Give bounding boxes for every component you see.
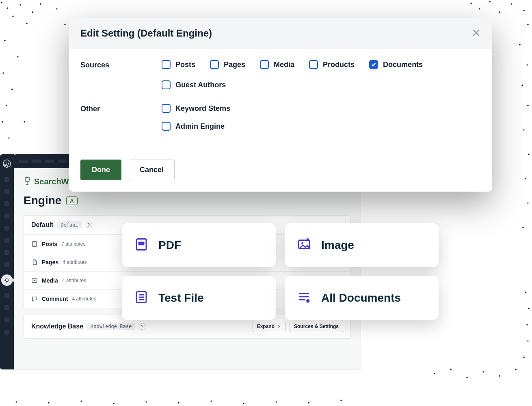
rail-item[interactable] <box>4 238 9 243</box>
source-name: Posts <box>42 241 57 247</box>
rail-item[interactable] <box>4 177 9 182</box>
decorative-noise <box>0 0 77 158</box>
comment-icon <box>31 296 38 302</box>
panel-subtitle-badge: Defau… <box>57 221 81 229</box>
done-button[interactable]: Done <box>80 160 121 180</box>
checkbox-posts[interactable]: Posts <box>162 60 195 69</box>
svg-point-8 <box>301 242 303 244</box>
rail-item[interactable] <box>4 226 9 231</box>
source-meta: 4 attributes <box>72 296 96 302</box>
checkbox-label: Posts <box>175 60 195 69</box>
checkbox-label: Products <box>323 60 355 69</box>
decorative-noise <box>426 276 532 382</box>
help-icon[interactable]: ? <box>86 222 92 228</box>
sources-settings-button[interactable]: Sources & Settings <box>290 321 343 332</box>
panel-subtitle-badge: Knowledge Base <box>87 323 135 330</box>
checkbox-documents[interactable]: Documents <box>369 60 423 69</box>
checkbox-label: Media <box>274 60 294 69</box>
searchwp-logo-icon <box>24 176 31 187</box>
source-meta: 4 attributes <box>63 259 87 265</box>
rail-item[interactable] <box>4 330 9 335</box>
tile-test-file[interactable]: Test File <box>122 276 276 320</box>
tile-label: PDF <box>158 239 181 252</box>
document-type-tiles: PDF PDF Image Test File All Documents <box>122 223 439 320</box>
image-icon <box>297 237 311 253</box>
edit-setting-modal: Edit Setting (Default Engine) ✕ Sources … <box>69 18 492 192</box>
text-file-icon <box>134 290 149 306</box>
checkbox-label: Guest Authors <box>175 81 226 89</box>
pdf-icon: PDF <box>134 237 149 253</box>
rail-item[interactable] <box>4 201 9 206</box>
wp-admin-rail <box>0 154 14 369</box>
sources-options: Posts Pages Media Products Documents Gue… <box>162 60 481 89</box>
all-documents-icon <box>297 290 311 306</box>
checkbox-pages[interactable]: Pages <box>210 60 245 69</box>
svg-point-1 <box>6 279 9 282</box>
titlebar-segment <box>32 160 41 163</box>
tile-image[interactable]: Image <box>285 223 439 267</box>
panel-title: Knowledge Base <box>31 323 83 330</box>
media-icon <box>31 277 38 284</box>
post-icon <box>31 241 38 247</box>
svg-text:PDF: PDF <box>139 242 144 245</box>
close-icon[interactable]: ✕ <box>471 28 481 39</box>
chevron-right-icon <box>277 324 281 328</box>
add-engine-button[interactable]: A <box>66 197 77 205</box>
titlebar-segment <box>19 160 28 163</box>
source-meta: 7 attributes <box>61 241 85 247</box>
rail-item[interactable] <box>4 262 9 267</box>
rail-item[interactable] <box>4 189 9 194</box>
expand-button[interactable]: Expand <box>253 321 285 332</box>
modal-title: Edit Setting (Default Engine) <box>80 28 212 39</box>
rail-item-active[interactable] <box>1 274 13 286</box>
page-title: Engine <box>24 194 61 207</box>
app-brand-text: SearchWP <box>34 177 74 186</box>
tile-pdf[interactable]: PDF PDF <box>122 223 276 267</box>
checkbox-guest-authors[interactable]: Guest Authors <box>162 80 481 89</box>
tile-label: Test File <box>158 292 204 304</box>
checkbox-label: Documents <box>383 60 423 69</box>
cancel-button[interactable]: Cancel <box>129 160 175 180</box>
source-name: Media <box>42 277 58 284</box>
checkbox-label: Pages <box>224 60 245 69</box>
divider <box>69 139 492 139</box>
rail-item[interactable] <box>4 317 9 322</box>
checkbox-keyword-stems[interactable]: Keyword Stems <box>162 104 481 113</box>
titlebar-segment <box>45 160 54 163</box>
checkbox-label: Keyword Stems <box>175 104 230 113</box>
checkbox-media[interactable]: Media <box>260 60 294 69</box>
section-label-sources: Sources <box>80 60 162 89</box>
checkbox-admin-engine[interactable]: Admin Engine <box>162 122 481 131</box>
panel-title: Default <box>31 221 53 229</box>
rail-item[interactable] <box>4 293 9 298</box>
checkbox-label: Admin Engine <box>175 122 225 131</box>
page-icon <box>31 259 38 266</box>
help-icon[interactable]: ? <box>139 323 145 330</box>
rail-item[interactable] <box>4 214 9 218</box>
section-label-other: Other <box>80 104 162 131</box>
titlebar-segment <box>58 160 67 163</box>
tile-label: All Documents <box>321 292 401 304</box>
wordpress-logo-icon <box>2 159 11 170</box>
tile-all-documents[interactable]: All Documents <box>285 276 439 320</box>
source-name: Comment <box>42 296 68 302</box>
checkbox-products[interactable]: Products <box>309 60 355 69</box>
rail-item[interactable] <box>4 305 9 310</box>
source-meta: 4 attributes <box>62 278 86 283</box>
expand-label: Expand <box>257 324 275 329</box>
source-name: Pages <box>42 259 58 266</box>
rail-item[interactable] <box>4 250 9 255</box>
other-options: Keyword Stems Admin Engine <box>162 104 481 131</box>
tile-label: Image <box>321 239 354 252</box>
